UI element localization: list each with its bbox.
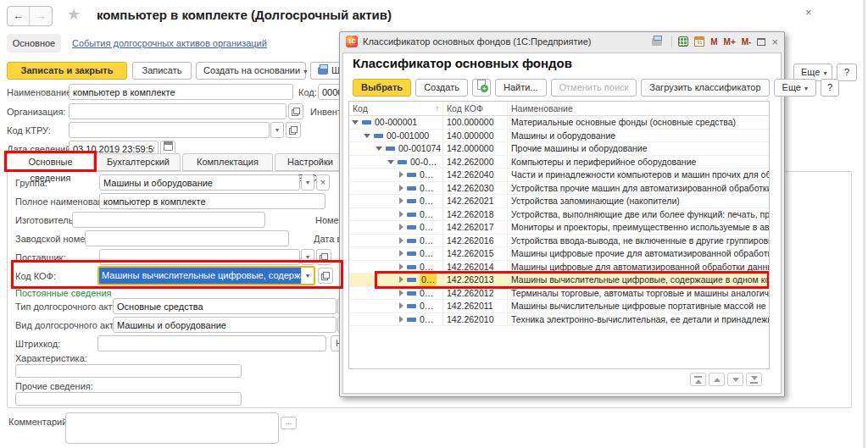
cancel-search-button[interactable]: Отменить поиск [551,79,637,97]
group-input[interactable] [99,174,300,191]
1c-logo-icon: 1С [346,36,358,47]
tab-accounting[interactable]: Бухгалтерский учет [96,153,181,171]
create-based-button[interactable]: Создать на основании▾ [196,62,306,80]
calendar-icon[interactable]: 31 [694,36,704,47]
go-up-button[interactable] [709,373,725,386]
kof-combobox[interactable]: Машины вычислительные цифровые, содержащ… [97,266,315,285]
organization-choose-button[interactable] [288,103,303,119]
table-row[interactable]: 0…142.262030Устройства прочие машин для … [349,182,769,196]
column-kof: Код КОФ [442,102,507,115]
expand-icon[interactable] [399,250,403,257]
table-row[interactable]: 0…142.262016Устройства ввода-вывода, не … [349,235,769,248]
serial-number-input[interactable] [85,230,289,246]
supplier-dropdown-button[interactable]: ▾ [301,249,314,265]
permanent-info-group-label[interactable]: Постоянные сведения [15,288,112,298]
forward-button[interactable]: → [30,7,52,25]
dialog-titlebar[interactable]: 1С Классификатор основных фондов (1С:Пре… [340,32,784,51]
table-row[interactable]: 0…142.262010Техника электронно-вычислите… [349,313,769,327]
go-last-button[interactable] [746,373,762,386]
manufacturer-input[interactable] [72,212,265,228]
dialog-close-icon[interactable]: × [771,36,778,47]
expand-icon[interactable] [399,302,403,309]
collapse-icon[interactable] [387,160,394,164]
table-row[interactable]: 0…142.262021Устройства запоминающие (нак… [349,195,769,208]
row-kof: 142.262012 [442,287,507,300]
table-row[interactable]: 0…142.262040Части и принадлежности компь… [349,169,769,182]
table-row[interactable]: 00-000001100.000000Материальные основные… [349,116,769,130]
comment-textarea[interactable] [65,412,279,444]
row-code: 0… [420,182,433,195]
ktru-input[interactable] [69,122,270,138]
create-button[interactable]: Создать [415,79,468,97]
supplier-input[interactable] [99,249,300,265]
print-icon[interactable] [652,38,662,46]
tab-osnovnoe[interactable]: Основное [7,34,61,53]
table-row[interactable]: 0…142.262014Машины цифровые для автомати… [349,261,769,274]
save-close-button[interactable]: Записать и закрыть [7,62,127,80]
row-name: Машины вычислительные цифровые, содержащ… [507,274,769,286]
expand-icon[interactable] [399,211,403,218]
collapse-icon[interactable] [352,120,359,124]
expand-icon[interactable] [399,197,403,204]
expand-icon[interactable] [399,224,403,230]
create-group-button[interactable] [472,79,491,97]
ktru-dropdown-button[interactable]: ▾ [270,122,284,138]
events-link[interactable]: События долгосрочных активов организаций [72,38,267,48]
calculator-icon[interactable] [678,36,688,47]
expand-icon[interactable] [399,263,403,270]
save-button[interactable]: Записать [132,62,192,80]
memory-m-minus-button[interactable]: M- [742,37,752,47]
collapse-icon[interactable] [376,147,382,151]
group-dropdown-button[interactable]: ▾ [301,174,314,191]
maximize-icon[interactable] [757,38,765,46]
table-row[interactable]: 0…142.262011Машины вычислительные цифров… [349,300,769,313]
asset-type-input[interactable] [113,298,337,314]
table-row[interactable]: 0…142.262017Мониторы и проекторы, преиму… [349,221,769,235]
tab-asset-kit[interactable]: Комплектация активов [182,153,273,171]
window-close-icon[interactable]: × [805,7,812,18]
tab-ecco[interactable]: Настройки ЕССО [275,153,346,171]
go-down-button[interactable] [727,373,743,386]
find-button[interactable]: Найти... [495,79,547,97]
help-button[interactable]: ? [837,64,857,81]
memory-m-button[interactable]: M [710,37,717,47]
dialog-more-button[interactable]: Еще▾ [774,79,816,97]
asset-kind-input[interactable] [113,317,337,333]
table-row[interactable]: 00-001000140.000000Машины и оборудование [349,130,769,143]
name-input[interactable] [69,84,293,100]
expand-icon[interactable] [399,290,403,296]
load-classifier-button[interactable]: Загрузить классификатор [641,79,769,97]
supplier-choose-button[interactable] [316,249,331,265]
expand-icon[interactable] [399,237,403,244]
table-row[interactable]: 0…142.262018Устройства, выполняющие две … [349,208,769,222]
chevron-down-icon: ▾ [823,69,826,77]
table-header[interactable]: Код↑ Код КОФ Наименование [349,102,769,116]
expand-icon[interactable] [399,276,403,283]
other-info-input[interactable] [15,392,242,406]
barcode-input[interactable] [97,335,326,351]
favorite-star-icon[interactable]: ★ [67,5,81,24]
organization-input[interactable] [69,103,287,119]
dialog-help-button[interactable]: ? [821,79,839,97]
group-clear-button[interactable]: × [316,174,330,191]
table-row[interactable]: 0…142.262015Машины цифровые прочие для а… [349,247,769,261]
chevron-down-icon[interactable]: ▾ [301,268,314,284]
tab-main-info[interactable]: Основные сведения [7,153,94,172]
expand-icon[interactable] [399,185,403,191]
go-first-button[interactable] [690,373,706,386]
memory-m-plus-button[interactable]: M+ [724,37,736,47]
table-row[interactable]: 0…142.262012Терминалы торговые, автоматы… [349,287,769,301]
full-name-input[interactable] [99,193,326,209]
comment-more-button[interactable]: ... [281,417,297,429]
characteristic-input[interactable] [15,364,242,378]
kof-choose-button[interactable] [318,268,333,284]
table-row[interactable]: 00-001074142.000000Прочие машины и обору… [349,142,769,156]
table-row[interactable]: 00-0…142.262000Компьютеры и периферийное… [349,156,769,169]
select-button[interactable]: Выбрать [353,79,411,97]
table-row[interactable]: 0…142.262013Машины вычислительные цифров… [349,274,769,287]
collapse-icon[interactable] [364,134,370,138]
expand-icon[interactable] [399,171,403,178]
back-button[interactable]: ← [8,7,30,25]
ktru-choose-button[interactable] [286,122,301,138]
expand-icon[interactable] [399,316,403,323]
